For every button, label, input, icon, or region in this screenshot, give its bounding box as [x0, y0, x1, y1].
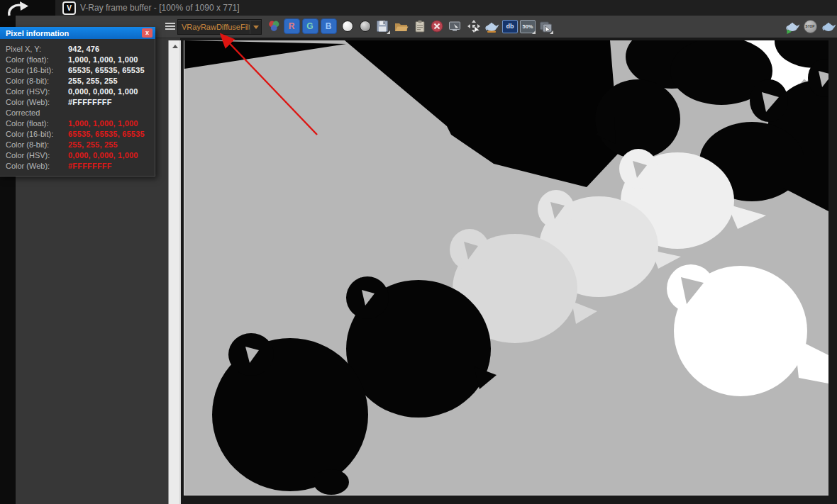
pixel-info-title: Pixel information	[0, 29, 142, 38]
track-mouse-button[interactable]	[465, 18, 482, 35]
pixel-info-value: 0,000, 0,000, 1,000	[68, 87, 138, 96]
pixel-info-value: 0,000, 0,000, 1,000	[68, 151, 138, 159]
pixel-info-label: Color (HSV):	[6, 151, 68, 159]
stop-sign-icon: STOP	[804, 20, 817, 33]
duplicate-buffer-button[interactable]	[446, 18, 463, 35]
menu-button[interactable]	[162, 18, 179, 35]
copy-clipboard-button[interactable]	[411, 18, 428, 35]
blue-channel-button[interactable]: B	[320, 18, 337, 35]
window-titlebar[interactable]: V V-Ray frame buffer - [100% of 1090 x 7…	[55, 0, 837, 16]
pixel-info-label: Color (float):	[6, 119, 68, 128]
vray-logo-icon: V	[62, 1, 76, 15]
pixel-info-label: Color (Web):	[6, 162, 68, 170]
pixel-info-value: 1,000, 1,000, 1,000	[68, 55, 138, 64]
vray-frame-buffer-window: V V-Ray frame buffer - [100% of 1090 x 7…	[0, 0, 837, 504]
white-circle-icon	[342, 21, 353, 32]
zoom-50-button[interactable]: 50%	[519, 18, 536, 35]
pixel-info-row: Color (Web):#FFFFFFFF	[6, 160, 155, 171]
chevron-up-icon	[172, 45, 178, 48]
rgb-channels-button[interactable]	[265, 18, 282, 35]
scroll-up-button[interactable]	[169, 40, 181, 52]
pixel-info-value: 65535, 65535, 65535	[68, 66, 145, 74]
pixel-info-label: Color (16-bit):	[6, 66, 68, 74]
pixel-info-row: Color (16-bit):65535, 65535, 65535	[6, 65, 155, 75]
pixel-info-row: Color (HSV):0,000, 0,000, 1,000	[6, 86, 155, 96]
teapot-icon	[484, 18, 499, 34]
pixel-info-label: Pixel X, Y:	[6, 45, 68, 53]
stop-render-button[interactable]: STOP	[802, 18, 819, 35]
rgb-circles-icon	[267, 19, 281, 33]
db-badge-icon: db	[502, 20, 518, 33]
channel-dropdown-value: VRayRawDiffuseFilter	[178, 23, 250, 31]
pixel-info-label: Color (float):	[6, 55, 68, 64]
pixel-info-row: Color (float):1,000, 1,000, 1,000	[6, 118, 155, 128]
channel-dropdown[interactable]: VRayRawDiffuseFilter	[177, 19, 262, 35]
pixel-info-row: Color (8-bit):255, 255, 255	[6, 75, 155, 86]
clear-x-icon	[430, 19, 444, 33]
letter-g-icon: G	[302, 18, 318, 34]
pixel-info-row: Color (HSV):0,000, 0,000, 1,000	[6, 150, 155, 160]
layers-button[interactable]	[537, 18, 554, 35]
save-image-button[interactable]	[374, 18, 391, 35]
chevron-down-icon[interactable]	[250, 20, 261, 34]
gray-circle-icon	[360, 21, 371, 32]
pixel-info-value: 942, 476	[68, 45, 99, 53]
teapot-green-arrow-icon	[785, 18, 800, 34]
green-channel-button[interactable]: G	[301, 18, 318, 35]
teapot-render-icon	[821, 18, 836, 34]
pixel-info-value: 1,000, 1,000, 1,000	[68, 119, 138, 128]
pixel-info-row: Color (8-bit):255, 255, 255	[6, 139, 155, 150]
pixel-info-label: Color (Web):	[6, 98, 68, 106]
db-toolbar-button[interactable]: db	[501, 18, 519, 35]
pixel-info-value: #FFFFFFFF	[68, 98, 112, 106]
letter-r-icon: R	[284, 18, 300, 34]
pixel-info-row: Color (Web):#FFFFFFFF	[6, 96, 155, 107]
clipboard-icon	[412, 18, 428, 34]
pixel-info-titlebar[interactable]: Pixel information x	[0, 27, 155, 39]
folder-icon	[393, 18, 409, 34]
menu-icon	[164, 20, 177, 33]
teapot-toolbar-button[interactable]	[483, 18, 500, 35]
monochrome-button[interactable]	[357, 18, 374, 35]
pixel-info-label: Color (8-bit):	[6, 77, 68, 85]
alpha-channel-button[interactable]	[339, 18, 356, 35]
pixel-info-body: Pixel X, Y:942, 476Color (float):1,000, …	[0, 39, 155, 177]
pixel-info-value: #FFFFFFFF	[68, 162, 112, 170]
render-view-frame	[180, 38, 837, 504]
pixel-info-row: Pixel X, Y:942, 476	[6, 43, 155, 54]
clear-image-button[interactable]	[428, 18, 445, 35]
letter-b-icon: B	[321, 18, 337, 34]
pixel-info-panel: Pixel information x Pixel X, Y:942, 476C…	[0, 27, 155, 177]
pixel-info-label: Color (8-bit):	[6, 140, 68, 149]
pixel-info-row: Color (float):1,000, 1,000, 1,000	[6, 54, 155, 65]
pixel-info-label: Color (HSV):	[6, 87, 68, 96]
load-image-button[interactable]	[392, 18, 409, 35]
pixel-info-row: Color (16-bit):65535, 65535, 65535	[6, 128, 155, 139]
pixel-info-value: 255, 255, 255	[68, 140, 118, 149]
red-channel-button[interactable]: R	[283, 18, 300, 35]
render-last-button[interactable]	[784, 18, 801, 35]
window-title: V-Ray frame buffer - [100% of 1090 x 771…	[80, 3, 240, 13]
render-button[interactable]	[820, 18, 837, 35]
render-image[interactable]	[184, 40, 828, 495]
vertical-scrollbar[interactable]	[168, 40, 181, 504]
corrected-section-label: Corrected	[6, 107, 155, 118]
close-icon[interactable]: x	[142, 28, 153, 38]
pixel-info-value: 255, 255, 255	[68, 77, 118, 85]
pixel-info-label: Color (16-bit):	[6, 130, 68, 138]
cross-arrows-icon	[466, 18, 482, 34]
pixel-info-value: 65535, 65535, 65535	[68, 130, 145, 138]
monitor-arrow-icon	[447, 18, 462, 34]
